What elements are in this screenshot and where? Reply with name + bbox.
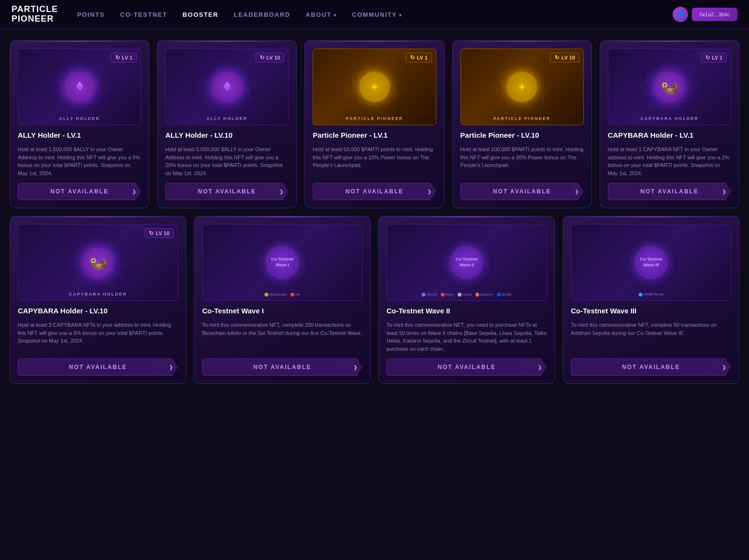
card-title: Particle Pioneer - LV.10 xyxy=(460,131,584,140)
card-image-area: ↻LV 10 ALLY HOLDER xyxy=(165,48,289,125)
wallet-address: 0x1a2...3b4c xyxy=(700,12,730,17)
level-badge: ↻LV 10 xyxy=(550,53,580,62)
not-available-button[interactable]: NOT AVAILABLE xyxy=(165,183,289,200)
card-image-area: 🦦 ↻LV 10 CAPYBARA HOLDER xyxy=(18,224,178,301)
level-badge: ↻LV 10 xyxy=(255,53,285,62)
card-image-area: 🦦 ↻LV 1 CAPYBARA HOLDER xyxy=(608,48,731,125)
spinner-icon: ↻ xyxy=(555,54,559,61)
level-badge: ↻LV 1 xyxy=(406,53,432,62)
booster-card: Co-TestnetWave I Berachainsei Co-Testnet… xyxy=(194,216,371,384)
not-available-button[interactable]: NOT AVAILABLE xyxy=(387,358,547,376)
card-title: Co-Testnet Wave II xyxy=(387,307,547,315)
chain-logo: Linea xyxy=(458,292,472,297)
wave-center: Co-TestnetWave II xyxy=(450,246,483,279)
chain-logo: taiko xyxy=(441,292,454,297)
nav-about[interactable]: ABOUT xyxy=(306,11,337,18)
card-desc: Hold at least 5,000,000 $ALLY in your Ow… xyxy=(165,145,289,177)
spinner-icon: ↻ xyxy=(705,54,710,61)
card-img-label: PARTICLE PIONEER xyxy=(346,116,403,121)
not-available-button[interactable]: NOT AVAILABLE xyxy=(608,183,731,200)
nft-icon xyxy=(212,71,242,102)
card-title: Co-Testnet Wave III xyxy=(571,307,731,315)
chain-logo: Berachain xyxy=(265,292,287,297)
nav-right: 👤 0x1a2...3b4c xyxy=(673,7,737,22)
booster-card: ↻LV 10 ALLY HOLDER ALLY Holder - LV.10 H… xyxy=(157,40,297,208)
nft-icon xyxy=(359,71,390,102)
navbar: PARTICLE PIONEER POINTS CO-TESTNET BOOST… xyxy=(0,0,749,29)
card-desc: Hold at least 100,000 $PARTI points to m… xyxy=(460,145,584,177)
card-image-area: Co-TestnetWave I Berachainsei xyxy=(202,224,362,301)
card-img-label: CAPYBARA HOLDER xyxy=(640,116,699,121)
chain-logos-row: ZircuittaikoLineakakarotBASE xyxy=(422,292,512,297)
wave-icon: Co-TestnetWave II xyxy=(450,246,483,279)
card-desc: Hold at least 1,000,000 $ALLY in your Ow… xyxy=(18,145,141,177)
nft-icon: 🦦 xyxy=(83,247,113,278)
nav-community[interactable]: COMMUNITY xyxy=(352,11,402,18)
spinner-icon: ↻ xyxy=(149,230,154,237)
card-desc: To mint this commemorative NFT, complete… xyxy=(202,321,362,353)
card-title: ALLY Holder - LV.10 xyxy=(165,131,289,140)
row1-grid: ↻LV 1 ALLY HOLDER ALLY Holder - LV.1 Hol… xyxy=(10,40,739,208)
wave-center: Co-TestnetWave I xyxy=(266,246,299,279)
card-desc: Hold at least 50,000 $PARTI points to mi… xyxy=(313,145,436,177)
card-title: CAPYBARA Holder - LV.1 xyxy=(608,131,731,140)
card-img-label: CAPYBARA HOLDER xyxy=(69,292,127,297)
nav-cotestnet[interactable]: CO-TESTNET xyxy=(120,11,167,18)
nft-icon: 🦦 xyxy=(654,71,685,102)
level-badge: ↻LV 1 xyxy=(701,53,727,62)
card-image-area: ↻LV 1 ALLY HOLDER xyxy=(18,48,141,125)
card-image-area: Co-TestnetWave III ARBITRUM xyxy=(571,224,731,301)
level-badge: ↻LV 1 xyxy=(111,53,137,62)
row2-grid: 🦦 ↻LV 10 CAPYBARA HOLDER CAPYBARA Holder… xyxy=(10,216,739,384)
booster-card: 🦦 ↻LV 1 CAPYBARA HOLDER CAPYBARA Holder … xyxy=(600,40,739,208)
not-available-button[interactable]: NOT AVAILABLE xyxy=(571,358,731,376)
booster-card: 🦦 ↻LV 10 CAPYBARA HOLDER CAPYBARA Holder… xyxy=(10,216,186,384)
spinner-icon: ↻ xyxy=(410,54,415,61)
chain-logos-row: ARBITRUM xyxy=(639,292,664,297)
wave-icon: Co-TestnetWave I xyxy=(266,246,299,279)
nav-points[interactable]: POINTS xyxy=(77,11,105,18)
card-title: ALLY Holder - LV.1 xyxy=(18,131,141,140)
chain-logos-row: Berachainsei xyxy=(265,292,300,297)
connect-wallet-button[interactable]: 0x1a2...3b4c xyxy=(692,8,737,21)
card-title: Co-Testnet Wave I xyxy=(202,307,362,315)
card-img-label: PARTICLE PIONEER xyxy=(494,116,551,121)
card-img-label: ALLY HOLDER xyxy=(59,116,100,121)
not-available-button[interactable]: NOT AVAILABLE xyxy=(313,183,436,200)
nft-icon xyxy=(64,71,95,102)
not-available-button[interactable]: NOT AVAILABLE xyxy=(460,183,584,200)
spinner-icon: ↻ xyxy=(260,54,265,61)
card-desc: To mint this commemorative NFT, you need… xyxy=(387,321,547,353)
card-title: Particle Pioneer - LV.1 xyxy=(313,131,436,140)
chain-logo: kakarot xyxy=(475,292,493,297)
not-available-button[interactable]: NOT AVAILABLE xyxy=(18,183,141,200)
nav-booster[interactable]: BOOSTER xyxy=(182,11,218,18)
booster-card: ↻LV 1 PARTICLE PIONEER Particle Pioneer … xyxy=(304,40,444,208)
wave-icon: Co-TestnetWave III xyxy=(634,246,668,279)
card-desc: To mint this commemorative NFT, complete… xyxy=(571,321,731,353)
card-img-label: ALLY HOLDER xyxy=(206,116,247,121)
chain-logo: sei xyxy=(290,292,300,297)
avatar: 👤 xyxy=(673,7,688,22)
wave-center: Co-TestnetWave III xyxy=(634,246,668,279)
card-desc: Hold at least 1 CAPYBARA NFT in your Own… xyxy=(608,145,731,177)
spinner-icon: ↻ xyxy=(115,54,120,61)
card-image-area: ↻LV 1 PARTICLE PIONEER xyxy=(313,48,436,125)
card-image-area: ↻LV 10 PARTICLE PIONEER xyxy=(460,48,584,125)
chain-logo: Zircuit xyxy=(422,292,437,297)
nav-links: POINTS CO-TESTNET BOOSTER LEADERBOARD AB… xyxy=(77,10,673,19)
card-image-area: Co-TestnetWave II ZircuittaikoLineakakar… xyxy=(387,224,547,301)
booster-card: ↻LV 10 PARTICLE PIONEER Particle Pioneer… xyxy=(452,40,592,208)
chain-logo: BASE xyxy=(497,292,512,297)
not-available-button[interactable]: NOT AVAILABLE xyxy=(202,358,362,376)
chain-logo: ARBITRUM xyxy=(639,292,664,297)
nav-leaderboard[interactable]: LEADERBOARD xyxy=(234,11,290,18)
nft-icon xyxy=(507,71,537,102)
card-desc: Hold at least 3 CAPYBARA NFTs in your ad… xyxy=(18,321,178,353)
booster-card: Co-TestnetWave III ARBITRUM Co-Testnet W… xyxy=(563,216,739,384)
booster-card: ↻LV 1 ALLY HOLDER ALLY Holder - LV.1 Hol… xyxy=(10,40,149,208)
card-title: CAPYBARA Holder - LV.10 xyxy=(18,307,178,315)
level-badge: ↻LV 10 xyxy=(145,228,174,238)
not-available-button[interactable]: NOT AVAILABLE xyxy=(18,358,178,376)
booster-card: Co-TestnetWave II ZircuittaikoLineakakar… xyxy=(378,216,555,384)
